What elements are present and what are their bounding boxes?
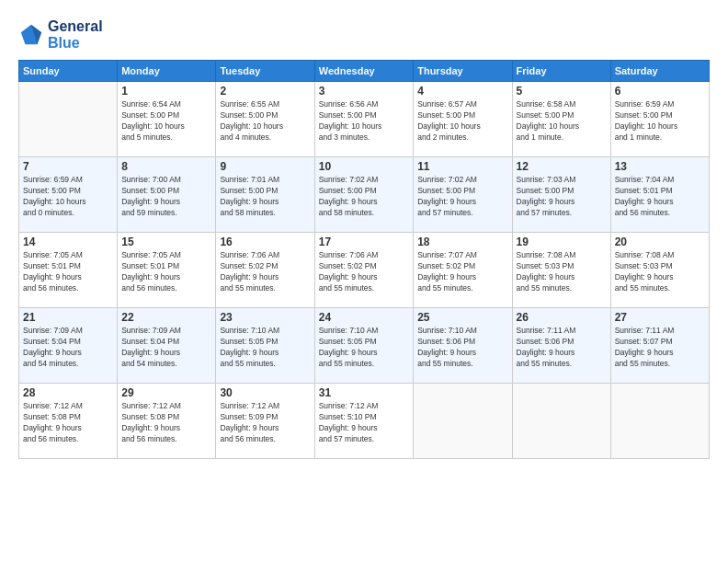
day-info: Sunrise: 7:00 AMSunset: 5:00 PMDaylight:… <box>121 175 211 219</box>
day-info: Sunrise: 7:08 AMSunset: 5:03 PMDaylight:… <box>517 250 607 294</box>
day-info: Sunrise: 7:06 AMSunset: 5:02 PMDaylight:… <box>220 250 310 294</box>
calendar-week-1: 1Sunrise: 6:54 AMSunset: 5:00 PMDaylight… <box>19 82 710 157</box>
calendar-cell: 1Sunrise: 6:54 AMSunset: 5:00 PMDaylight… <box>118 82 216 157</box>
day-number: 16 <box>220 236 310 248</box>
day-number: 30 <box>220 386 310 399</box>
calendar-cell: 3Sunrise: 6:56 AMSunset: 5:00 PMDaylight… <box>314 82 413 157</box>
day-number: 5 <box>517 85 607 98</box>
calendar-cell: 28Sunrise: 7:12 AMSunset: 5:08 PMDayligh… <box>19 384 118 459</box>
calendar-cell: 31Sunrise: 7:12 AMSunset: 5:10 PMDayligh… <box>314 384 413 459</box>
day-info: Sunrise: 6:55 AMSunset: 5:00 PMDaylight:… <box>220 99 310 144</box>
day-number: 28 <box>23 386 113 399</box>
calendar-cell: 4Sunrise: 6:57 AMSunset: 5:00 PMDaylight… <box>414 82 512 157</box>
day-number: 13 <box>615 160 705 173</box>
calendar-cell: 21Sunrise: 7:09 AMSunset: 5:04 PMDayligh… <box>19 308 118 384</box>
day-info: Sunrise: 7:04 AMSunset: 5:01 PMDaylight:… <box>615 175 705 219</box>
weekday-header-wednesday: Wednesday <box>314 61 413 82</box>
logo-icon <box>18 22 44 48</box>
day-info: Sunrise: 7:02 AMSunset: 5:00 PMDaylight:… <box>417 175 507 219</box>
day-info: Sunrise: 6:58 AMSunset: 5:00 PMDaylight:… <box>517 99 607 144</box>
page: General Blue SundayMondayTuesdayWednesda… <box>0 0 728 563</box>
calendar-cell: 11Sunrise: 7:02 AMSunset: 5:00 PMDayligh… <box>414 157 512 233</box>
calendar-cell: 22Sunrise: 7:09 AMSunset: 5:04 PMDayligh… <box>118 308 216 384</box>
day-info: Sunrise: 7:06 AMSunset: 5:02 PMDaylight:… <box>319 250 409 294</box>
day-number: 7 <box>23 160 113 173</box>
day-number: 3 <box>319 85 409 98</box>
logo: General Blue <box>18 18 103 51</box>
day-number: 9 <box>220 160 310 173</box>
calendar-cell: 15Sunrise: 7:05 AMSunset: 5:01 PMDayligh… <box>118 233 216 308</box>
day-number: 26 <box>517 311 607 324</box>
day-number: 14 <box>23 236 113 248</box>
logo-text: General <box>48 18 103 35</box>
day-info: Sunrise: 6:54 AMSunset: 5:00 PMDaylight:… <box>121 99 211 144</box>
day-number: 15 <box>121 236 211 248</box>
day-info: Sunrise: 7:02 AMSunset: 5:00 PMDaylight:… <box>319 175 409 219</box>
day-number: 24 <box>319 311 409 324</box>
weekday-header-friday: Friday <box>512 61 610 82</box>
day-number: 22 <box>121 311 211 324</box>
day-info: Sunrise: 7:08 AMSunset: 5:03 PMDaylight:… <box>615 250 705 294</box>
calendar-week-2: 7Sunrise: 6:59 AMSunset: 5:00 PMDaylight… <box>19 157 710 233</box>
calendar-cell: 24Sunrise: 7:10 AMSunset: 5:05 PMDayligh… <box>314 308 413 384</box>
day-number: 19 <box>517 236 607 248</box>
day-info: Sunrise: 6:59 AMSunset: 5:00 PMDaylight:… <box>615 99 705 144</box>
day-number: 23 <box>220 311 310 324</box>
calendar-cell: 13Sunrise: 7:04 AMSunset: 5:01 PMDayligh… <box>610 157 709 233</box>
day-number: 10 <box>319 160 409 173</box>
day-info: Sunrise: 7:10 AMSunset: 5:05 PMDaylight:… <box>220 326 310 370</box>
day-info: Sunrise: 6:59 AMSunset: 5:00 PMDaylight:… <box>23 175 113 219</box>
calendar-cell <box>414 384 512 459</box>
calendar-cell: 29Sunrise: 7:12 AMSunset: 5:08 PMDayligh… <box>118 384 216 459</box>
day-number: 31 <box>319 386 409 399</box>
calendar-cell: 25Sunrise: 7:10 AMSunset: 5:06 PMDayligh… <box>414 308 512 384</box>
day-info: Sunrise: 7:10 AMSunset: 5:06 PMDaylight:… <box>417 326 507 370</box>
day-number: 18 <box>417 236 507 248</box>
day-number: 11 <box>417 160 507 173</box>
day-info: Sunrise: 6:56 AMSunset: 5:00 PMDaylight:… <box>319 99 409 144</box>
day-number: 20 <box>615 236 705 248</box>
calendar-week-4: 21Sunrise: 7:09 AMSunset: 5:04 PMDayligh… <box>19 308 710 384</box>
day-info: Sunrise: 7:05 AMSunset: 5:01 PMDaylight:… <box>121 250 211 294</box>
day-info: Sunrise: 7:10 AMSunset: 5:05 PMDaylight:… <box>319 326 409 370</box>
calendar-cell: 8Sunrise: 7:00 AMSunset: 5:00 PMDaylight… <box>118 157 216 233</box>
calendar-cell <box>610 384 709 459</box>
day-number: 12 <box>517 160 607 173</box>
day-info: Sunrise: 7:12 AMSunset: 5:09 PMDaylight:… <box>220 401 310 445</box>
weekday-header-row: SundayMondayTuesdayWednesdayThursdayFrid… <box>19 61 710 82</box>
day-number: 21 <box>23 311 113 324</box>
calendar-cell: 2Sunrise: 6:55 AMSunset: 5:00 PMDaylight… <box>216 82 314 157</box>
day-number: 8 <box>121 160 211 173</box>
day-info: Sunrise: 7:11 AMSunset: 5:07 PMDaylight:… <box>615 326 705 370</box>
calendar-cell: 23Sunrise: 7:10 AMSunset: 5:05 PMDayligh… <box>216 308 314 384</box>
day-info: Sunrise: 7:07 AMSunset: 5:02 PMDaylight:… <box>417 250 507 294</box>
weekday-header-tuesday: Tuesday <box>216 61 314 82</box>
day-info: Sunrise: 7:12 AMSunset: 5:08 PMDaylight:… <box>23 401 113 445</box>
calendar-cell: 26Sunrise: 7:11 AMSunset: 5:06 PMDayligh… <box>512 308 610 384</box>
day-number: 29 <box>121 386 211 399</box>
day-info: Sunrise: 7:11 AMSunset: 5:06 PMDaylight:… <box>517 326 607 370</box>
calendar-cell: 7Sunrise: 6:59 AMSunset: 5:00 PMDaylight… <box>19 157 118 233</box>
calendar-cell: 10Sunrise: 7:02 AMSunset: 5:00 PMDayligh… <box>314 157 413 233</box>
day-number: 25 <box>417 311 507 324</box>
day-number: 27 <box>615 311 705 324</box>
day-number: 6 <box>615 85 705 98</box>
day-number: 2 <box>220 85 310 98</box>
weekday-header-thursday: Thursday <box>414 61 512 82</box>
day-info: Sunrise: 6:57 AMSunset: 5:00 PMDaylight:… <box>417 99 507 144</box>
calendar-table: SundayMondayTuesdayWednesdayThursdayFrid… <box>18 60 710 459</box>
day-info: Sunrise: 7:05 AMSunset: 5:01 PMDaylight:… <box>23 250 113 294</box>
calendar-cell: 14Sunrise: 7:05 AMSunset: 5:01 PMDayligh… <box>19 233 118 308</box>
day-info: Sunrise: 7:09 AMSunset: 5:04 PMDaylight:… <box>23 326 113 370</box>
calendar-cell: 20Sunrise: 7:08 AMSunset: 5:03 PMDayligh… <box>610 233 709 308</box>
day-number: 4 <box>417 85 507 98</box>
weekday-header-monday: Monday <box>118 61 216 82</box>
weekday-header-saturday: Saturday <box>610 61 709 82</box>
calendar-cell: 30Sunrise: 7:12 AMSunset: 5:09 PMDayligh… <box>216 384 314 459</box>
calendar-cell: 12Sunrise: 7:03 AMSunset: 5:00 PMDayligh… <box>512 157 610 233</box>
calendar-cell <box>19 82 118 157</box>
calendar-cell: 27Sunrise: 7:11 AMSunset: 5:07 PMDayligh… <box>610 308 709 384</box>
day-info: Sunrise: 7:12 AMSunset: 5:08 PMDaylight:… <box>121 401 211 445</box>
calendar-cell: 18Sunrise: 7:07 AMSunset: 5:02 PMDayligh… <box>414 233 512 308</box>
calendar-cell: 9Sunrise: 7:01 AMSunset: 5:00 PMDaylight… <box>216 157 314 233</box>
